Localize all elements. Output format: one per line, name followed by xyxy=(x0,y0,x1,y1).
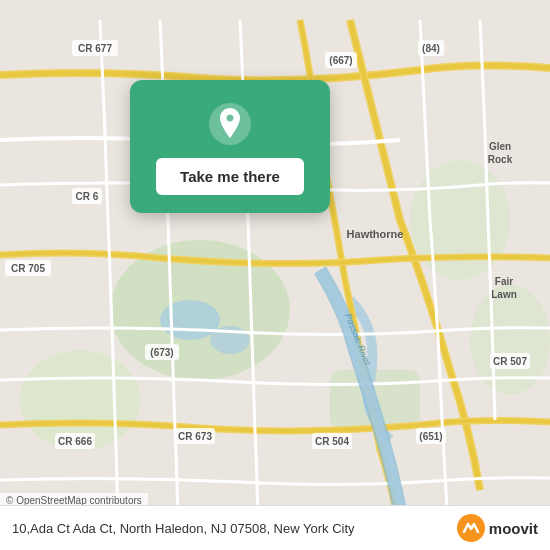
svg-text:(667): (667) xyxy=(329,55,352,66)
svg-text:CR 504: CR 504 xyxy=(315,436,349,447)
svg-text:CR 507: CR 507 xyxy=(493,356,527,367)
address-text: 10,Ada Ct Ada Ct, North Haledon, NJ 0750… xyxy=(12,521,457,536)
svg-point-3 xyxy=(410,160,510,280)
svg-text:CR 677: CR 677 xyxy=(78,43,112,54)
svg-text:CR 673: CR 673 xyxy=(178,431,212,442)
svg-point-6 xyxy=(160,300,220,340)
svg-text:Lawn: Lawn xyxy=(491,289,517,300)
svg-text:CR 6: CR 6 xyxy=(76,191,99,202)
map-container: CR 677 (84) (667) CR 6 Hawthorne Glen Ro… xyxy=(0,0,550,550)
svg-text:Rock: Rock xyxy=(488,154,513,165)
svg-text:Glen: Glen xyxy=(489,141,511,152)
moovit-brand-text: moovit xyxy=(489,520,538,537)
take-me-there-button[interactable]: Take me there xyxy=(156,158,304,195)
moovit-logo-icon xyxy=(457,514,485,542)
svg-text:(84): (84) xyxy=(422,43,440,54)
svg-text:Fair: Fair xyxy=(495,276,513,287)
svg-text:CR 705: CR 705 xyxy=(11,263,45,274)
moovit-logo: moovit xyxy=(457,514,538,542)
bottom-bar: 10,Ada Ct Ada Ct, North Haledon, NJ 0750… xyxy=(0,505,550,550)
svg-text:Hawthorne: Hawthorne xyxy=(347,228,404,240)
take-me-card: Take me there xyxy=(130,80,330,213)
svg-text:CR 666: CR 666 xyxy=(58,436,92,447)
svg-text:(673): (673) xyxy=(150,347,173,358)
location-pin-icon xyxy=(208,102,252,146)
svg-text:(651): (651) xyxy=(419,431,442,442)
